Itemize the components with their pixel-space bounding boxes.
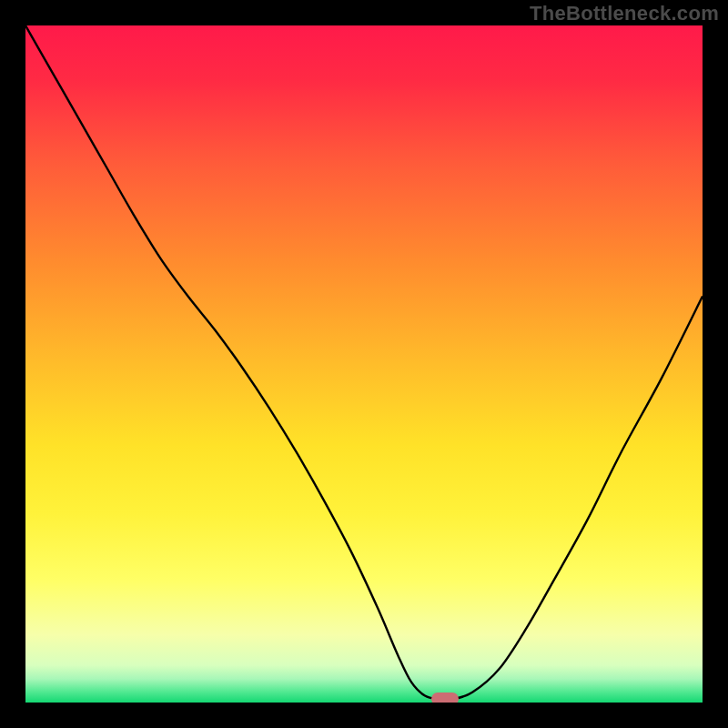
chart-frame: TheBottleneck.com <box>0 0 728 728</box>
bottleneck-curve <box>25 25 703 703</box>
optimal-point-marker <box>431 693 459 703</box>
plot-area <box>25 25 703 703</box>
watermark-text: TheBottleneck.com <box>530 2 719 25</box>
